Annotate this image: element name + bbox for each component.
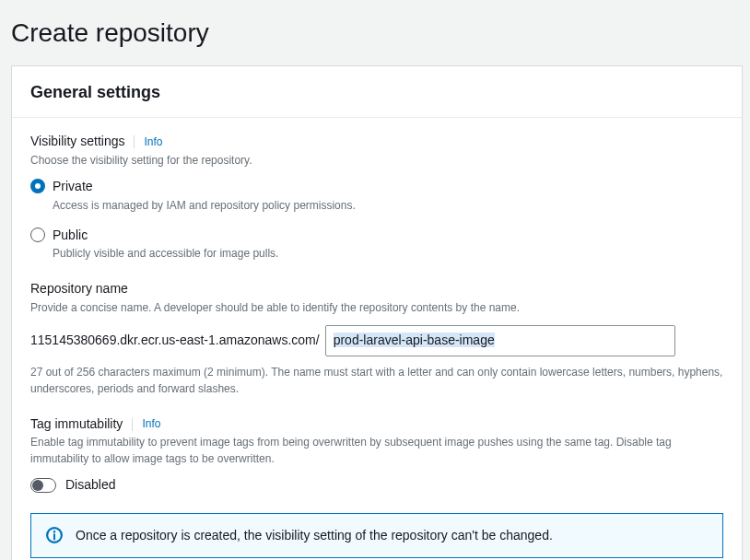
radio-private[interactable] [30, 179, 45, 193]
private-label: Private [53, 178, 356, 196]
repo-name-desc: Provide a concise name. A developer shou… [30, 300, 723, 316]
visibility-private-option[interactable]: Private Access is managed by IAM and rep… [30, 178, 723, 213]
panel-header: General settings [12, 66, 742, 118]
visibility-public-option[interactable]: Public Publicly visible and accessible f… [30, 227, 723, 262]
tag-desc: Enable tag immutability to prevent image… [30, 435, 723, 467]
divider [132, 418, 133, 431]
tag-info-link[interactable]: Info [142, 416, 160, 432]
divider [134, 135, 135, 148]
info-icon [46, 527, 63, 543]
visibility-field: Visibility settings Info Choose the visi… [30, 133, 723, 262]
svg-point-1 [53, 531, 55, 532]
visibility-label: Visibility settings [30, 133, 124, 151]
panel-title: General settings [30, 81, 723, 104]
tag-label: Tag immutability [30, 415, 123, 434]
public-label: Public [53, 227, 278, 245]
private-sub: Access is managed by IAM and repository … [53, 198, 356, 214]
tag-state-label: Disabled [65, 476, 115, 495]
repo-name-label: Repository name [30, 280, 128, 298]
radio-public[interactable] [30, 228, 45, 242]
repo-name-input[interactable]: prod-laravel-api-base-image [325, 325, 675, 356]
repo-name-helper: 27 out of 256 characters maximum (2 mini… [30, 364, 723, 397]
visibility-warning-alert: Once a repository is created, the visibi… [30, 513, 723, 559]
settings-panel: General settings Visibility settings Inf… [11, 65, 743, 560]
visibility-info-link[interactable]: Info [144, 134, 162, 150]
svg-rect-2 [53, 534, 55, 541]
repo-name-value: prod-laravel-api-base-image [334, 332, 495, 347]
repo-uri-prefix: 115145380669.dkr.ecr.us-east-1.amazonaws… [30, 332, 320, 350]
page-title: Create repository [11, 15, 743, 51]
repo-name-field: Repository name Provide a concise name. … [30, 280, 723, 397]
toggle-knob [32, 480, 43, 491]
tag-immutability-field: Tag immutability Info Enable tag immutab… [30, 415, 723, 495]
visibility-desc: Choose the visibility setting for the re… [30, 153, 723, 169]
public-sub: Publicly visible and accessible for imag… [53, 246, 278, 262]
tag-immutability-toggle[interactable] [30, 478, 56, 493]
alert-text: Once a repository is created, the visibi… [76, 527, 553, 545]
